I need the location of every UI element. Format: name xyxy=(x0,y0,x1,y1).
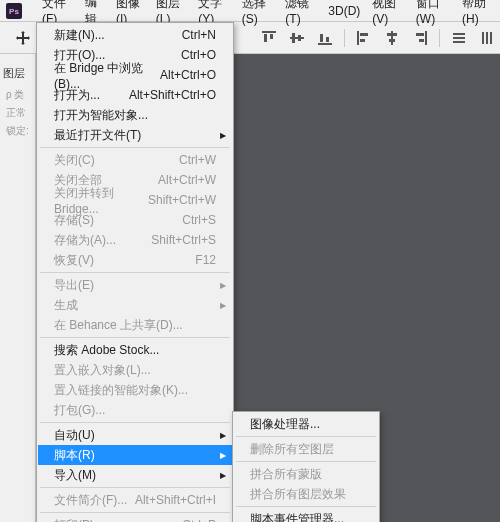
submenu-item[interactable]: 拼合所有图层效果 xyxy=(234,484,378,504)
menu-item-shortcut: Alt+Shift+Ctrl+O xyxy=(129,88,216,102)
menu-item-label: 打开为智能对象... xyxy=(54,107,148,124)
menu-item[interactable]: 新建(N)...Ctrl+N xyxy=(38,25,232,45)
align-bottom-icon[interactable] xyxy=(312,25,338,51)
menu-item-label: 打印(P)... xyxy=(54,517,104,523)
svg-rect-22 xyxy=(486,32,488,44)
menu-item-label: 最近打开文件(T) xyxy=(54,127,141,144)
submenu-arrow-icon: ▶ xyxy=(220,451,226,460)
menu-item-label: 自动(U) xyxy=(54,427,95,444)
align-top-icon[interactable] xyxy=(256,25,282,51)
menu-item[interactable]: 导入(M)▶ xyxy=(38,465,232,485)
menu-item-label: 打包(G)... xyxy=(54,402,105,419)
menu-item-label: 置入链接的智能对象(K)... xyxy=(54,382,188,399)
menu-item[interactable]: 自动(U)▶ xyxy=(38,425,232,445)
menu-item-shortcut: Ctrl+S xyxy=(182,213,216,227)
menu-item[interactable]: 在 Behance 上共享(D)... xyxy=(38,315,232,335)
submenu-arrow-icon: ▶ xyxy=(220,281,226,290)
submenu-arrow-icon: ▶ xyxy=(220,301,226,310)
align-left-icon[interactable] xyxy=(351,25,377,51)
submenu-arrow-icon: ▶ xyxy=(220,131,226,140)
menu-item-label: 文件简介(F)... xyxy=(54,492,127,509)
svg-rect-0 xyxy=(262,31,276,33)
svg-rect-19 xyxy=(453,37,465,39)
menu-item-shortcut: Ctrl+W xyxy=(179,153,216,167)
submenu-arrow-icon: ▶ xyxy=(220,431,226,440)
menu-item-shortcut: Alt+Ctrl+O xyxy=(160,68,216,82)
menu-item-label: 导出(E) xyxy=(54,277,94,294)
menubar: 文件(F) 编辑 图像(I) 图层(L) 文字(Y) 选择(S) 滤镜(T) 3… xyxy=(0,0,500,22)
menu-item-label: 打开为... xyxy=(54,87,100,104)
menu-item[interactable]: 关闭(C)Ctrl+W xyxy=(38,150,232,170)
divider xyxy=(439,29,440,47)
submenu-item-label: 脚本事件管理器... xyxy=(250,511,344,523)
submenu-item[interactable]: 图像处理器... xyxy=(234,414,378,434)
layers-panel-hints: ρ 类 正常 锁定: xyxy=(6,86,29,140)
menu-item[interactable]: 打开为...Alt+Shift+Ctrl+O xyxy=(38,85,232,105)
menu-item[interactable]: 置入链接的智能对象(K)... xyxy=(38,380,232,400)
menu-item[interactable]: 置入嵌入对象(L)... xyxy=(38,360,232,380)
align-vmid-icon[interactable] xyxy=(284,25,310,51)
menu-item-label: 生成 xyxy=(54,297,78,314)
submenu-item[interactable]: 脚本事件管理器... xyxy=(234,509,378,522)
svg-rect-4 xyxy=(292,33,295,43)
menu-item-shortcut: Ctrl+N xyxy=(182,28,216,42)
svg-rect-1 xyxy=(264,34,267,42)
menu-item[interactable]: 打包(G)... xyxy=(38,400,232,420)
menu-item[interactable]: 文件简介(F)...Alt+Shift+Ctrl+I xyxy=(38,490,232,510)
menu-item-label: 恢复(V) xyxy=(54,252,94,269)
submenu-item[interactable]: 拼合所有蒙版 xyxy=(234,464,378,484)
menu-item-shortcut: F12 xyxy=(195,253,216,267)
submenu-item-label: 拼合所有蒙版 xyxy=(250,466,322,483)
svg-rect-7 xyxy=(320,34,323,42)
menu-3d[interactable]: 3D(D) xyxy=(322,4,366,18)
panel-hint: 正常 xyxy=(6,104,29,122)
svg-rect-13 xyxy=(387,33,397,36)
move-tool-icon[interactable] xyxy=(10,25,36,51)
menu-item[interactable]: 恢复(V)F12 xyxy=(38,250,232,270)
menu-item-label: 搜索 Adobe Stock... xyxy=(54,342,159,359)
menu-item[interactable]: 搜索 Adobe Stock... xyxy=(38,340,232,360)
panel-hint: ρ 类 xyxy=(6,86,29,104)
align-right-icon[interactable] xyxy=(407,25,433,51)
svg-rect-16 xyxy=(416,33,424,36)
menu-separator xyxy=(40,337,230,338)
menu-separator xyxy=(236,461,376,462)
menu-select[interactable]: 选择(S) xyxy=(236,0,280,26)
menu-item[interactable]: 脚本(R)▶ xyxy=(38,445,232,465)
menu-item[interactable]: 生成▶ xyxy=(38,295,232,315)
menu-item-label: 存储(S) xyxy=(54,212,94,229)
scripts-submenu: 图像处理器...删除所有空图层拼合所有蒙版拼合所有图层效果脚本事件管理器...将… xyxy=(232,411,380,522)
align-hcenter-icon[interactable] xyxy=(379,25,405,51)
menu-separator xyxy=(236,436,376,437)
menu-item[interactable]: 导出(E)▶ xyxy=(38,275,232,295)
submenu-arrow-icon: ▶ xyxy=(220,471,226,480)
menu-item-shortcut: Shift+Ctrl+W xyxy=(148,193,216,207)
menu-separator xyxy=(40,512,230,513)
menu-item-shortcut: Ctrl+O xyxy=(181,48,216,62)
svg-rect-17 xyxy=(419,39,424,42)
menu-item-label: 导入(M) xyxy=(54,467,96,484)
menu-separator xyxy=(40,487,230,488)
submenu-item[interactable]: 删除所有空图层 xyxy=(234,439,378,459)
menu-item[interactable]: 在 Bridge 中浏览(B)...Alt+Ctrl+O xyxy=(38,65,232,85)
menu-item[interactable]: 存储为(A)...Shift+Ctrl+S xyxy=(38,230,232,250)
svg-rect-2 xyxy=(270,34,273,39)
menu-view[interactable]: 视图(V) xyxy=(366,0,410,26)
menu-item-label: 脚本(R) xyxy=(54,447,95,464)
svg-rect-9 xyxy=(357,31,359,45)
distribute-2-icon[interactable] xyxy=(474,25,500,51)
distribute-1-icon[interactable] xyxy=(446,25,472,51)
menu-item[interactable]: 最近打开文件(T)▶ xyxy=(38,125,232,145)
menu-separator xyxy=(40,422,230,423)
file-dropdown-menu: 新建(N)...Ctrl+N打开(O)...Ctrl+O在 Bridge 中浏览… xyxy=(36,22,234,522)
svg-rect-20 xyxy=(453,41,465,43)
menu-item[interactable]: 关闭并转到 Bridge...Shift+Ctrl+W xyxy=(38,190,232,210)
svg-rect-14 xyxy=(389,39,395,42)
menu-item-label: 关闭(C) xyxy=(54,152,95,169)
menu-filter[interactable]: 滤镜(T) xyxy=(279,0,322,26)
menu-window[interactable]: 窗口(W) xyxy=(410,0,456,26)
menu-item[interactable]: 打印(P)...Ctrl+P xyxy=(38,515,232,522)
menu-help[interactable]: 帮助(H) xyxy=(456,0,500,26)
menu-item[interactable]: 存储(S)Ctrl+S xyxy=(38,210,232,230)
menu-item[interactable]: 打开为智能对象... xyxy=(38,105,232,125)
